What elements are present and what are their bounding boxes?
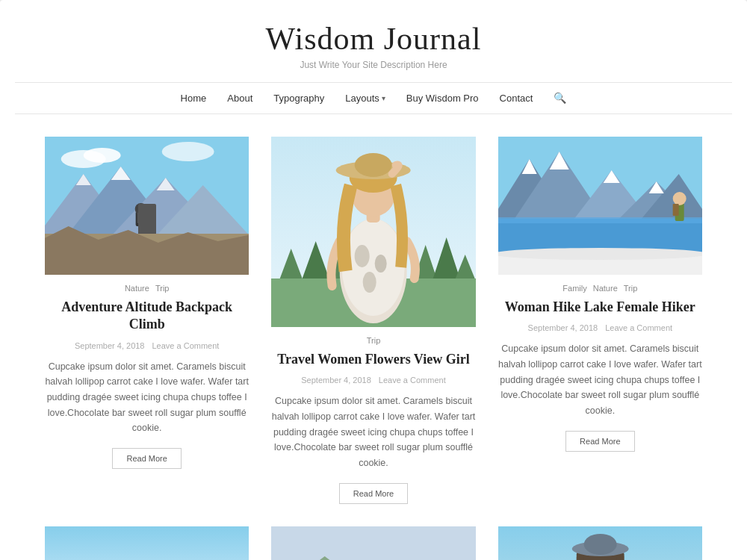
read-more-btn-3[interactable]: Read More bbox=[565, 431, 634, 452]
nav-typography[interactable]: Typography bbox=[273, 93, 324, 104]
post-card-1: Nature Trip Adventure Altitude Backpack … bbox=[45, 137, 249, 504]
post-title-3: Woman Hike Lake Female Hiker bbox=[498, 299, 702, 316]
svg-rect-51 bbox=[45, 526, 249, 560]
category-family[interactable]: Family bbox=[562, 284, 586, 293]
svg-rect-50 bbox=[672, 204, 678, 216]
dropdown-arrow-icon: ▾ bbox=[382, 94, 385, 102]
post-image-4 bbox=[45, 526, 249, 560]
post-categories-2: Trip bbox=[271, 336, 475, 345]
category-nature-3[interactable]: Nature bbox=[593, 284, 618, 293]
post-meta-2: September 4, 2018 Leave a Comment bbox=[271, 376, 475, 385]
category-nature[interactable]: Nature bbox=[125, 284, 149, 293]
post-comment-2[interactable]: Leave a Comment bbox=[379, 376, 446, 385]
nav-buy[interactable]: Buy Wisdom Pro bbox=[406, 93, 479, 104]
svg-rect-68 bbox=[576, 555, 583, 560]
placeholder-illustration bbox=[271, 526, 475, 560]
category-trip-3[interactable]: Trip bbox=[624, 284, 638, 293]
svg-rect-69 bbox=[616, 555, 624, 560]
svg-point-3 bbox=[162, 142, 214, 161]
girl-illustration bbox=[271, 137, 475, 327]
svg-point-28 bbox=[363, 272, 376, 293]
nav-contact[interactable]: Contact bbox=[500, 93, 533, 104]
svg-rect-45 bbox=[498, 217, 702, 223]
post-comment-3[interactable]: Leave a Comment bbox=[605, 323, 672, 332]
nav-layouts[interactable]: Layouts ▾ bbox=[345, 93, 385, 104]
woman-hat-illustration bbox=[498, 526, 702, 560]
post-excerpt-1: Cupcake ipsum dolor sit amet. Caramels b… bbox=[45, 359, 249, 436]
post-date-3: September 4, 2018 bbox=[528, 323, 598, 332]
cliff-illustration bbox=[45, 526, 249, 560]
post-card-3: Family Nature Trip Woman Hike Lake Femal… bbox=[498, 137, 702, 504]
svg-point-27 bbox=[375, 255, 387, 273]
read-more-btn-2[interactable]: Read More bbox=[339, 483, 408, 504]
svg-point-14 bbox=[135, 203, 147, 215]
post-card-6 bbox=[498, 526, 702, 560]
post-image-1 bbox=[45, 137, 249, 275]
category-trip-2[interactable]: Trip bbox=[367, 336, 381, 345]
post-date-2: September 4, 2018 bbox=[301, 376, 371, 385]
lake-illustration bbox=[498, 137, 702, 275]
post-image-2 bbox=[271, 137, 475, 327]
main-content: Nature Trip Adventure Altitude Backpack … bbox=[0, 114, 747, 560]
post-categories-3: Family Nature Trip bbox=[498, 284, 702, 293]
svg-point-2 bbox=[84, 148, 121, 163]
mountain-illustration bbox=[45, 137, 249, 275]
svg-point-33 bbox=[355, 153, 392, 177]
post-card-5 bbox=[271, 526, 475, 560]
post-excerpt-3: Cupcake ipsum dolor sit amet. Caramels b… bbox=[498, 341, 702, 418]
main-navigation: Home About Typography Layouts ▾ Buy Wisd… bbox=[15, 82, 732, 114]
svg-point-47 bbox=[498, 248, 702, 260]
post-card-4 bbox=[45, 526, 249, 560]
post-meta-1: September 4, 2018 Leave a Comment bbox=[45, 341, 249, 350]
post-comment-1[interactable]: Leave a Comment bbox=[152, 341, 220, 350]
svg-point-26 bbox=[355, 245, 370, 267]
posts-grid-row1: Nature Trip Adventure Altitude Backpack … bbox=[45, 137, 702, 504]
site-title: Wisdom Journal bbox=[15, 21, 732, 57]
svg-point-49 bbox=[672, 192, 686, 205]
svg-rect-15 bbox=[137, 213, 145, 223]
search-icon[interactable]: 🔍 bbox=[554, 92, 566, 105]
category-trip[interactable]: Trip bbox=[155, 284, 170, 293]
read-more-btn-1[interactable]: Read More bbox=[112, 448, 181, 469]
post-image-5 bbox=[271, 526, 475, 560]
post-excerpt-2: Cupcake ipsum dolor sit amet. Caramels b… bbox=[271, 393, 475, 470]
site-header: Wisdom Journal Just Write Your Site Desc… bbox=[0, 0, 747, 114]
post-title-1: Adventure Altitude Backpack Climb bbox=[45, 299, 249, 334]
post-date-1: September 4, 2018 bbox=[75, 341, 145, 350]
nav-about[interactable]: About bbox=[227, 93, 252, 104]
post-title-2: Travel Women Flowers View Girl bbox=[271, 351, 475, 368]
svg-rect-58 bbox=[271, 526, 475, 560]
site-description: Just Write Your Site Description Here bbox=[15, 60, 732, 70]
post-image-6 bbox=[498, 526, 702, 560]
svg-rect-13 bbox=[136, 211, 146, 226]
post-image-3 bbox=[498, 137, 702, 275]
post-card-2: Trip Travel Women Flowers View Girl Sept… bbox=[271, 137, 475, 504]
svg-point-71 bbox=[583, 534, 616, 555]
post-categories-1: Nature Trip bbox=[45, 284, 249, 293]
browser-frame: Wisdom Journal Just Write Your Site Desc… bbox=[0, 0, 747, 560]
nav-home[interactable]: Home bbox=[181, 93, 207, 104]
posts-grid-row2 bbox=[45, 526, 702, 560]
post-meta-3: September 4, 2018 Leave a Comment bbox=[498, 323, 702, 332]
